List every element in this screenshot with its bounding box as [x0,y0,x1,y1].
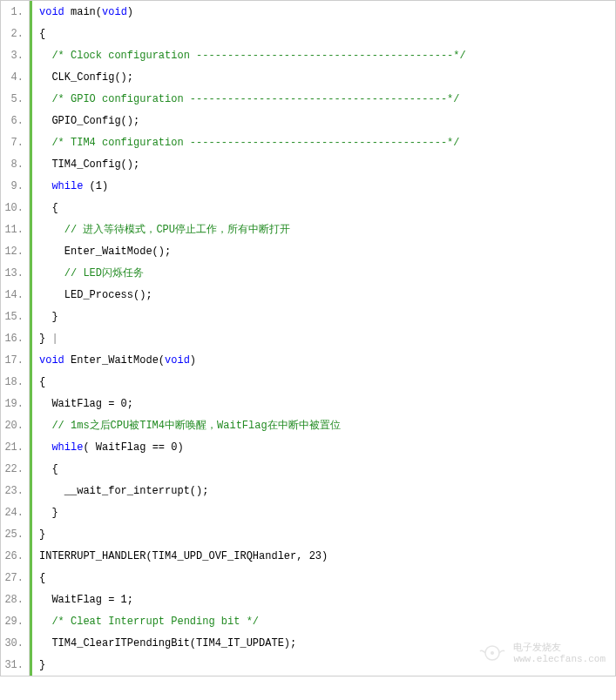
code-line: } [30,523,615,545]
line-number: 25. [1,523,29,545]
watermark-url: www.elecfans.com [513,654,606,664]
line-number: 10. [1,197,29,219]
logo-icon [478,643,506,663]
code-line: /* Clock configuration -----------------… [30,44,615,66]
line-number: 28. [1,589,29,610]
code-line: /* Cleat Interrupt Pending bit */ [30,610,615,632]
code-line: { [30,197,615,219]
line-number: 26. [1,545,29,567]
code-line: { [30,458,615,480]
line-number: 27. [1,567,29,589]
watermark-brand: 电子发烧友 [513,641,606,654]
svg-point-1 [491,651,494,655]
line-number: 2. [1,23,29,44]
code-line: TIM4_Config(); [30,153,615,175]
code-block-wrapper: 1.2.3.4.5.6.7.8.9.10.11.12.13.14.15.16.1… [0,0,616,676]
line-number: 24. [1,501,29,523]
code-content: void main(void){ /* Clock configuration … [30,1,615,676]
code-line: } | [30,327,615,349]
code-line: // 进入等待模式，CPU停止工作，所有中断打开 [30,219,615,240]
line-number: 13. [1,262,29,284]
line-number: 31. [1,654,29,676]
line-numbers-gutter: 1.2.3.4.5.6.7.8.9.10.11.12.13.14.15.16.1… [1,1,30,676]
line-number: 17. [1,349,29,371]
code-line: /* GPIO configuration ------------------… [30,88,615,110]
line-number: 15. [1,306,29,327]
line-number: 30. [1,632,29,654]
code-line: while (1) [30,175,615,197]
line-number: 1. [1,1,29,23]
code-line: while( WaitFlag == 0) [30,436,615,458]
code-line: // LED闪烁任务 [30,262,615,284]
code-line: WaitFlag = 1; [30,589,615,610]
code-line: } [30,306,615,327]
line-number: 14. [1,284,29,306]
code-line: void main(void) [30,1,615,23]
code-line: /* TIM4 configuration ------------------… [30,131,615,153]
line-number: 11. [1,219,29,240]
code-container: 1.2.3.4.5.6.7.8.9.10.11.12.13.14.15.16.1… [0,0,616,676]
line-number: 6. [1,110,29,131]
code-line: { [30,371,615,393]
line-number: 21. [1,436,29,458]
watermark-logo [478,643,506,663]
line-number: 12. [1,240,29,262]
line-number: 22. [1,458,29,480]
code-line: GPIO_Config(); [30,110,615,131]
watermark: 电子发烧友 www.elecfans.com [478,641,606,664]
code-line: { [30,23,615,44]
code-line: } [30,501,615,523]
code-line: void Enter_WaitMode(void) [30,349,615,371]
code-line: Enter_WaitMode(); [30,240,615,262]
line-number: 5. [1,88,29,110]
line-number: 7. [1,131,29,153]
line-number: 29. [1,610,29,632]
line-number: 23. [1,480,29,501]
code-line: WaitFlag = 0; [30,393,615,414]
line-number: 18. [1,371,29,393]
code-line: // 1ms之后CPU被TIM4中断唤醒，WaitFlag在中断中被置位 [30,414,615,436]
line-number: 4. [1,66,29,88]
watermark-text-block: 电子发烧友 www.elecfans.com [513,641,606,664]
code-line: INTERRUPT_HANDLER(TIM4_UPD_OVF_IRQHandle… [30,545,615,567]
line-number: 8. [1,153,29,175]
code-line: LED_Process(); [30,284,615,306]
code-line: __wait_for_interrupt(); [30,480,615,501]
line-number: 16. [1,327,29,349]
line-number: 19. [1,393,29,414]
line-number: 9. [1,175,29,197]
code-line: { [30,567,615,589]
line-number: 20. [1,414,29,436]
line-number: 3. [1,44,29,66]
code-line: CLK_Config(); [30,66,615,88]
